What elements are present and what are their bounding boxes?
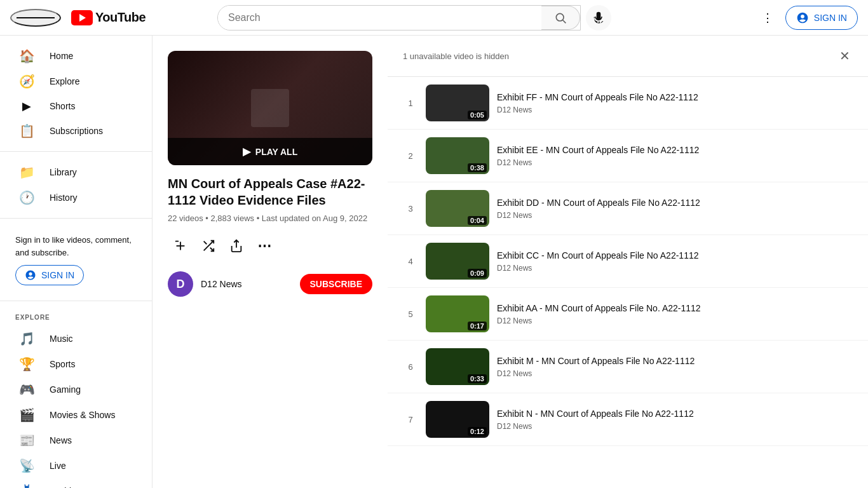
video-thumbnail: 0:33 [426,348,489,385]
gaming-icon: 🎮 [19,382,34,397]
header-center [217,5,611,30]
sign-in-box-button[interactable]: SIGN IN [15,265,84,285]
playlist-thumbnail[interactable]: ▶ PLAY ALL [168,51,372,165]
video-info: Exhibit CC - Mn Court of Appeals File No… [497,250,853,273]
sidebar-item-label: Library [50,167,77,177]
video-thumbnail: 0:38 [426,137,489,174]
news-icon: 📰 [19,433,34,448]
video-info: Exhibit FF - MN Court of Appeals File No… [497,92,853,114]
sidebar-item-live[interactable]: 📡 Live [4,453,148,478]
live-icon: 📡 [19,458,34,473]
video-channel: D12 News [497,369,853,378]
logo[interactable]: YouTube [71,10,146,25]
unavailable-text: 1 unavailable video is hidden [403,51,509,61]
library-icon: 📁 [19,165,34,180]
movies-icon: 🎬 [19,407,34,423]
youtube-logo-icon [71,10,93,25]
sign-in-button[interactable]: SIGN IN [785,6,858,30]
sports-icon: 🏆 [19,356,34,372]
sidebar-item-movies[interactable]: 🎬 Movies & Shows [4,402,148,428]
video-number: 6 [403,362,418,372]
sidebar-item-subscriptions[interactable]: 📋 Subscriptions [4,118,148,144]
home-icon: 🏠 [19,48,34,64]
sidebar-item-home[interactable]: 🏠 Home [4,43,148,69]
video-item[interactable]: 5 0:17 Exhibit AA - MN Court of Appeals … [388,288,868,341]
video-number: 2 [403,151,418,161]
video-title: Exhibit FF - MN Court of Appeals File No… [497,92,853,103]
music-icon: 🎵 [19,331,34,346]
sidebar-item-label: Sports [50,359,75,369]
sidebar: 🏠 Home 🧭 Explore ▶ Shorts 📋 Subscription… [0,36,153,488]
video-channel: D12 News [497,211,853,220]
sidebar-item-news[interactable]: 📰 News [4,428,148,453]
header-left: YouTube [10,9,146,27]
sidebar-item-label: Subscriptions [50,126,103,136]
more-options-button[interactable]: ⋮ [755,5,780,30]
sidebar-item-label: Explore [50,76,79,86]
video-info: Exhibit DD - MN Court of Appeals File No… [497,197,853,220]
video-title: Exhibit DD - MN Court of Appeals File No… [497,197,853,208]
subscribe-button[interactable]: SUBSCRIBE [300,274,372,294]
history-icon: 🕐 [19,190,34,205]
video-duration: 0:04 [468,216,487,225]
sidebar-item-label: Gaming [50,384,81,395]
video-thumbnail: 0:04 [426,190,489,227]
shuffle-button[interactable] [196,233,221,259]
sidebar-item-library[interactable]: 📁 Library [4,159,148,185]
video-item[interactable]: 3 0:04 Exhibit DD - MN Court of Appeals … [388,182,868,235]
play-all-overlay[interactable]: ▶ PLAY ALL [168,138,372,165]
explore-section-title: EXPLORE [0,309,152,326]
logo-text: YouTube [95,10,146,25]
video-title: Exhibit M - MN Court of Appeals File No … [497,355,853,367]
video-item[interactable]: 4 0:09 Exhibit CC - Mn Court of Appeals … [388,235,868,288]
video-list: 1 0:05 Exhibit FF - MN Court of Appeals … [388,77,868,446]
channel-avatar: D [168,271,193,297]
sidebar-item-music[interactable]: 🎵 Music [4,326,148,351]
svg-rect-4 [175,241,179,242]
mic-button[interactable] [586,5,611,30]
video-item[interactable]: 1 0:05 Exhibit FF - MN Court of Appeals … [388,77,868,130]
add-to-playlist-button[interactable] [168,233,193,259]
more-options-button[interactable]: ⋯ [252,233,277,259]
video-number: 7 [403,415,418,424]
header: YouTube ⋮ SIGN IN [0,0,868,36]
playlist-actions: ⋯ [168,233,372,259]
video-info: Exhibit EE - MN Court of Appeals File No… [497,144,853,167]
sidebar-item-sports[interactable]: 🏆 Sports [4,351,148,377]
play-all-label: PLAY ALL [255,147,297,157]
video-duration: 0:05 [468,111,487,119]
sidebar-item-gaming[interactable]: 🎮 Gaming [4,377,148,402]
video-channel: D12 News [497,316,853,325]
search-button[interactable] [541,6,580,30]
explore-icon: 🧭 [19,74,34,89]
svg-point-0 [556,13,564,21]
video-title: Exhibit CC - Mn Court of Appeals File No… [497,250,853,261]
sidebar-divider [0,151,152,152]
video-channel: D12 News [497,105,853,114]
video-item[interactable]: 2 0:38 Exhibit EE - MN Court of Appeals … [388,130,868,182]
video-item[interactable]: 7 0:12 Exhibit N - MN Court of Appeals F… [388,393,868,446]
sidebar-item-label: Music [50,334,73,344]
video-number: 4 [403,257,418,266]
header-right: ⋮ SIGN IN [755,5,858,30]
sidebar-item-shorts[interactable]: ▶ Shorts [4,94,148,118]
close-unavailable-button[interactable]: ✕ [837,46,853,66]
video-item[interactable]: 6 0:33 Exhibit M - MN Court of Appeals F… [388,341,868,393]
video-channel: D12 News [497,264,853,273]
content-area: ▶ PLAY ALL MN Court of Appeals Case #A22… [153,36,868,488]
share-button[interactable] [224,233,249,259]
sidebar-divider-2 [0,218,152,219]
video-channel: D12 News [497,158,853,167]
sidebar-item-label: Home [50,51,73,61]
svg-line-1 [563,20,566,23]
sidebar-item-explore[interactable]: 🧭 Explore [4,69,148,94]
video-duration: 0:12 [468,427,487,436]
sidebar-item-label: News [50,435,72,445]
sidebar-item-fashion[interactable]: 👗 Fashion & Beauty [4,478,148,488]
menu-button[interactable] [10,9,61,27]
sidebar-item-history[interactable]: 🕐 History [4,185,148,210]
search-input[interactable] [218,6,541,30]
video-thumbnail: 0:12 [426,401,489,438]
sidebar-divider-3 [0,301,152,301]
video-number: 3 [403,204,418,214]
